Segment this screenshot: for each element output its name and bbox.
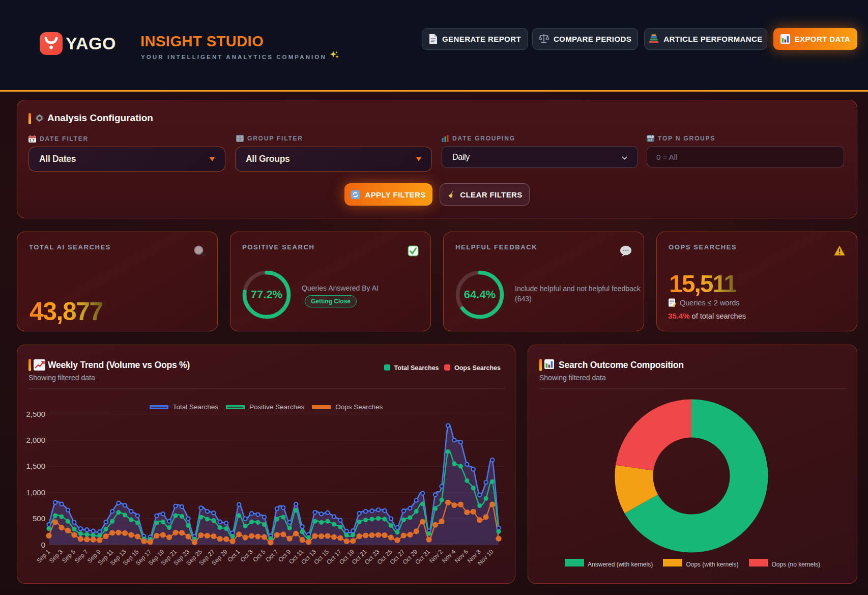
svg-text:Sep 5: Sep 5 [61,548,77,564]
svg-text:Nov 2: Nov 2 [428,548,444,564]
svg-text:Oct 7: Oct 7 [264,548,279,563]
svg-text:Oct 3: Oct 3 [239,548,254,563]
svg-text:Sep 7: Sep 7 [73,548,90,564]
svg-text:2,000: 2,000 [26,436,45,444]
svg-text:Nov 4: Nov 4 [441,548,457,564]
svg-text:17: 17 [30,138,35,142]
svg-text:12: 12 [648,135,653,138]
svg-text:1,000: 1,000 [26,488,45,497]
svg-text:34: 34 [648,138,653,141]
svg-text:Oct 5: Oct 5 [251,548,267,563]
svg-text:Oct 1: Oct 1 [226,548,242,563]
svg-text:Sep 1: Sep 1 [35,548,51,564]
svg-text:1,500: 1,500 [26,462,45,470]
svg-text:Sep 3: Sep 3 [48,548,64,564]
svg-text:500: 500 [33,514,45,523]
svg-text:Nov 6: Nov 6 [453,548,470,564]
svg-text:Oct 31: Oct 31 [414,548,431,565]
svg-text:2,500: 2,500 [26,410,45,418]
svg-text:0: 0 [41,541,45,549]
